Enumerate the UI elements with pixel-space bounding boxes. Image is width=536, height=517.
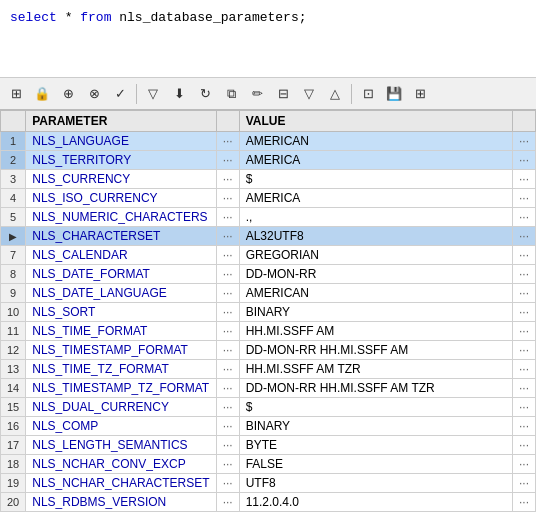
value-cell[interactable]: DD-MON-RR HH.MI.SSFF AM TZR — [239, 379, 512, 398]
sql-editor[interactable]: select * from nls_database_parameters; — [0, 0, 536, 78]
table-row[interactable]: 16NLS_COMP···BINARY··· — [1, 417, 536, 436]
param-dots[interactable]: ··· — [216, 227, 239, 246]
param-dots[interactable]: ··· — [216, 246, 239, 265]
header-value[interactable]: VALUE — [239, 111, 512, 132]
param-dots[interactable]: ··· — [216, 132, 239, 151]
value-cell[interactable]: GREGORIAN — [239, 246, 512, 265]
columns-btn[interactable]: ⧉ — [219, 82, 243, 106]
table-row[interactable]: 1NLS_LANGUAGE···AMERICAN··· — [1, 132, 536, 151]
value-dots[interactable]: ··· — [512, 265, 535, 284]
param-cell[interactable]: NLS_SORT — [26, 303, 216, 322]
param-cell[interactable]: NLS_TIME_FORMAT — [26, 322, 216, 341]
param-dots[interactable]: ··· — [216, 170, 239, 189]
value-dots[interactable]: ··· — [512, 455, 535, 474]
confirm-btn[interactable]: ✓ — [108, 82, 132, 106]
download-btn[interactable]: ⬇ — [167, 82, 191, 106]
param-cell[interactable]: NLS_NCHAR_CONV_EXCP — [26, 455, 216, 474]
param-cell[interactable]: NLS_DUAL_CURRENCY — [26, 398, 216, 417]
param-cell[interactable]: NLS_CHARACTERSET — [26, 227, 216, 246]
value-cell[interactable]: $ — [239, 398, 512, 417]
value-dots[interactable]: ··· — [512, 379, 535, 398]
param-cell[interactable]: NLS_TIME_TZ_FORMAT — [26, 360, 216, 379]
grid-icon-btn[interactable]: ⊞ — [4, 82, 28, 106]
param-cell[interactable]: NLS_DATE_FORMAT — [26, 265, 216, 284]
table-row[interactable]: 3NLS_CURRENCY···$··· — [1, 170, 536, 189]
table-row[interactable]: 9NLS_DATE_LANGUAGE···AMERICAN··· — [1, 284, 536, 303]
value-cell[interactable]: ., — [239, 208, 512, 227]
param-dots[interactable]: ··· — [216, 436, 239, 455]
table-row[interactable]: 20NLS_RDBMS_VERSION···11.2.0.4.0··· — [1, 493, 536, 512]
value-dots[interactable]: ··· — [512, 474, 535, 493]
param-cell[interactable]: NLS_NCHAR_CHARACTERSET — [26, 474, 216, 493]
param-cell[interactable]: NLS_TIMESTAMP_TZ_FORMAT — [26, 379, 216, 398]
refresh-btn[interactable]: ↻ — [193, 82, 217, 106]
value-cell[interactable]: DD-MON-RR HH.MI.SSFF AM — [239, 341, 512, 360]
table-row[interactable]: 12NLS_TIMESTAMP_FORMAT···DD-MON-RR HH.MI… — [1, 341, 536, 360]
param-cell[interactable]: NLS_CALENDAR — [26, 246, 216, 265]
param-dots[interactable]: ··· — [216, 208, 239, 227]
table-row[interactable]: 18NLS_NCHAR_CONV_EXCP···FALSE··· — [1, 455, 536, 474]
param-cell[interactable]: NLS_LANGUAGE — [26, 132, 216, 151]
table-row[interactable]: ▶NLS_CHARACTERSET···AL32UTF8··· — [1, 227, 536, 246]
value-dots[interactable]: ··· — [512, 132, 535, 151]
value-cell[interactable]: AL32UTF8 — [239, 227, 512, 246]
param-cell[interactable]: NLS_TERRITORY — [26, 151, 216, 170]
table-row[interactable]: 14NLS_TIMESTAMP_TZ_FORMAT···DD-MON-RR HH… — [1, 379, 536, 398]
param-cell[interactable]: NLS_NUMERIC_CHARACTERS — [26, 208, 216, 227]
data-grid[interactable]: PARAMETER VALUE 1NLS_LANGUAGE···AMERICAN… — [0, 110, 536, 517]
value-cell[interactable]: $ — [239, 170, 512, 189]
value-cell[interactable]: AMERICA — [239, 189, 512, 208]
table-row[interactable]: 15NLS_DUAL_CURRENCY···$··· — [1, 398, 536, 417]
table-row[interactable]: 10NLS_SORT···BINARY··· — [1, 303, 536, 322]
table-row[interactable]: 17NLS_LENGTH_SEMANTICS···BYTE··· — [1, 436, 536, 455]
table-row[interactable]: 5NLS_NUMERIC_CHARACTERS···.,··· — [1, 208, 536, 227]
value-dots[interactable]: ··· — [512, 493, 535, 512]
value-cell[interactable]: AMERICA — [239, 151, 512, 170]
export-btn[interactable]: ⊡ — [356, 82, 380, 106]
param-cell[interactable]: NLS_RDBMS_VERSION — [26, 493, 216, 512]
value-dots[interactable]: ··· — [512, 341, 535, 360]
value-dots[interactable]: ··· — [512, 151, 535, 170]
param-dots[interactable]: ··· — [216, 455, 239, 474]
param-dots[interactable]: ··· — [216, 398, 239, 417]
value-cell[interactable]: HH.MI.SSFF AM TZR — [239, 360, 512, 379]
edit-btn[interactable]: ✏ — [245, 82, 269, 106]
value-cell[interactable]: UTF8 — [239, 474, 512, 493]
value-dots[interactable]: ··· — [512, 284, 535, 303]
param-cell[interactable]: NLS_TIMESTAMP_FORMAT — [26, 341, 216, 360]
table-row[interactable]: 8NLS_DATE_FORMAT···DD-MON-RR··· — [1, 265, 536, 284]
value-dots[interactable]: ··· — [512, 208, 535, 227]
value-dots[interactable]: ··· — [512, 227, 535, 246]
save-btn[interactable]: 💾 — [382, 82, 406, 106]
value-cell[interactable]: BINARY — [239, 417, 512, 436]
table-btn[interactable]: ⊟ — [271, 82, 295, 106]
value-dots[interactable]: ··· — [512, 436, 535, 455]
param-dots[interactable]: ··· — [216, 341, 239, 360]
move-down-btn[interactable]: ▽ — [141, 82, 165, 106]
param-dots[interactable]: ··· — [216, 189, 239, 208]
add-row-btn[interactable]: ⊕ — [56, 82, 80, 106]
lock-btn[interactable]: 🔒 — [30, 82, 54, 106]
param-dots[interactable]: ··· — [216, 265, 239, 284]
param-dots[interactable]: ··· — [216, 493, 239, 512]
value-dots[interactable]: ··· — [512, 322, 535, 341]
param-dots[interactable]: ··· — [216, 151, 239, 170]
param-cell[interactable]: NLS_LENGTH_SEMANTICS — [26, 436, 216, 455]
value-cell[interactable]: DD-MON-RR — [239, 265, 512, 284]
param-cell[interactable]: NLS_DATE_LANGUAGE — [26, 284, 216, 303]
sort-asc-btn[interactable]: △ — [323, 82, 347, 106]
table-row[interactable]: 11NLS_TIME_FORMAT···HH.MI.SSFF AM··· — [1, 322, 536, 341]
value-cell[interactable]: 11.2.0.4.0 — [239, 493, 512, 512]
table-row[interactable]: 19NLS_NCHAR_CHARACTERSET···UTF8··· — [1, 474, 536, 493]
param-dots[interactable]: ··· — [216, 322, 239, 341]
value-dots[interactable]: ··· — [512, 417, 535, 436]
value-dots[interactable]: ··· — [512, 303, 535, 322]
header-parameter[interactable]: PARAMETER — [26, 111, 216, 132]
table-row[interactable]: 2NLS_TERRITORY···AMERICA··· — [1, 151, 536, 170]
value-cell[interactable]: BYTE — [239, 436, 512, 455]
value-dots[interactable]: ··· — [512, 360, 535, 379]
delete-row-btn[interactable]: ⊗ — [82, 82, 106, 106]
value-cell[interactable]: BINARY — [239, 303, 512, 322]
value-dots[interactable]: ··· — [512, 398, 535, 417]
param-dots[interactable]: ··· — [216, 379, 239, 398]
